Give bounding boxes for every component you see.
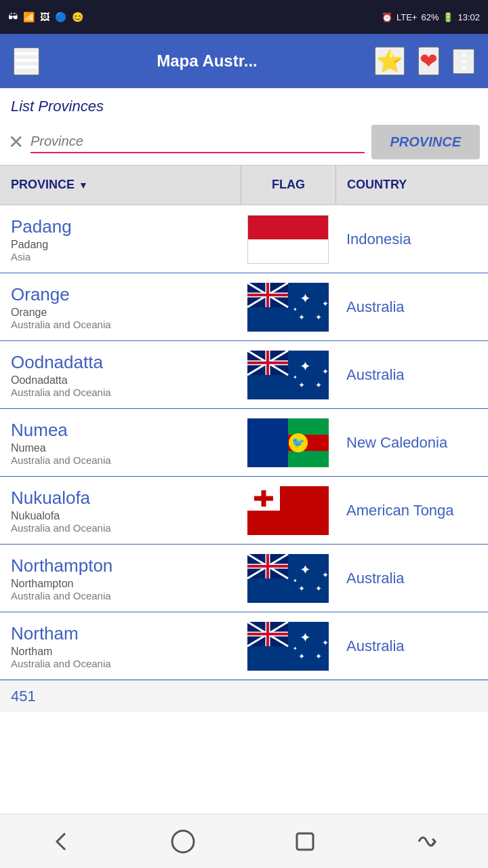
province-cell: Northam Northam Australia and Oceania [0,615,241,677]
province-name: Orange [11,284,230,305]
svg-text:✦: ✦ [315,652,322,661]
svg-rect-2 [15,66,38,68]
signal-lte: LTE+ [396,12,417,22]
svg-text:✦: ✦ [322,570,329,580]
svg-rect-30 [288,418,329,435]
svg-text:✦: ✦ [322,367,329,376]
alarm-icon: ⏰ [382,12,392,22]
flag-cell: ✦ ✦ ✦ ✦ ✦ [241,345,336,405]
flag-header: FLAG [241,165,336,204]
battery-level: 62% [421,12,439,22]
nav-home-button[interactable] [163,821,203,862]
table-row[interactable]: Northam Northam Australia and Oceania ✦ [0,612,488,680]
app-icon-2: 📶 [23,12,35,22]
nav-menu-button[interactable] [407,821,447,862]
list-rows: Padang Padang Asia Indonesia Orange Oran… [0,205,488,680]
province-sub: Orange [11,307,230,319]
flag-cell: ✦ ✦ ✦ ✦ ✦ [241,277,336,337]
heart-button[interactable]: ❤ [418,47,439,75]
menu-button[interactable] [14,47,39,75]
province-filter-button[interactable]: PROVINCE [371,125,480,159]
svg-text:✦: ✦ [293,374,298,380]
star-button[interactable]: ⭐ [375,47,405,75]
app-icon-1: 🕶 [8,12,18,22]
province-name: Nukualofa [11,488,230,509]
svg-text:✦: ✦ [322,299,329,309]
province-header[interactable]: PROVINCE ▼ [0,165,241,204]
province-cell: Nukualofa Nukualofa Australia and Oceani… [0,479,241,542]
province-name: Northampton [11,555,230,576]
province-name: Padang [11,216,230,237]
svg-text:✦: ✦ [300,291,311,306]
more-button[interactable]: ⋮ [453,49,474,74]
province-sub: Northam [11,646,230,658]
nav-back-button[interactable] [41,821,81,862]
app-bar: Mapa Austr... ⭐ ❤ ⋮ [0,34,488,88]
search-input[interactable] [30,131,365,153]
province-sub: Northampton [11,578,230,590]
country-cell: American Tonga [336,494,488,528]
svg-text:✦: ✦ [300,562,311,577]
province-region: Australia and Oceania [11,590,230,601]
country-cell: Australia [336,561,488,595]
battery-icon: 🔋 [443,12,453,22]
time-display: 13:02 [458,12,480,22]
sort-arrow: ▼ [79,180,88,191]
province-name: Oodnadatta [11,352,230,373]
svg-rect-1 [15,59,38,62]
column-headers: PROVINCE ▼ FLAG COUNTRY [0,165,488,205]
province-sub: Nukualofa [11,510,230,522]
status-icons: 🕶 📶 🖼 🔵 😊 [8,12,83,22]
svg-rect-32 [288,451,329,467]
province-cell: Padang Padang Asia [0,208,241,271]
country-cell: Australia [336,290,488,324]
flag-cell [241,481,336,540]
country-header: COUNTRY [336,165,488,204]
country-cell: Indonesia [336,222,488,256]
province-cell: Orange Orange Australia and Oceania [0,276,241,338]
province-region: Australia and Oceania [11,454,230,466]
flag-cell [241,210,336,269]
nav-recent-button[interactable] [285,821,325,862]
province-cell: Northampton Northampton Australia and Oc… [0,547,241,610]
province-sub: Oodnadatta [11,374,230,387]
clear-button[interactable]: ✕ [8,133,24,152]
search-input-wrap [30,131,365,153]
country-cell: Australia [336,629,488,663]
province-region: Asia [11,251,230,262]
svg-text:✦: ✦ [322,638,329,648]
app-icon-4: 🔵 [55,12,66,22]
status-bar: 🕶 📶 🖼 🔵 😊 ⏰ LTE+ 62% 🔋 13:02 [0,0,488,34]
province-name: Numea [11,420,230,441]
svg-text:✦: ✦ [293,307,298,313]
table-row[interactable]: Padang Padang Asia Indonesia [0,205,488,273]
flag-cell: 🐦 [241,413,336,473]
status-info: ⏰ LTE+ 62% 🔋 13:02 [382,12,480,22]
svg-point-65 [172,831,194,852]
table-row[interactable]: Oodnadatta Oodnadatta Australia and Ocea… [0,341,488,409]
table-row[interactable]: Orange Orange Australia and Oceania ✦ [0,273,488,341]
table-row[interactable]: Nukualofa Nukualofa Australia and Oceani… [0,477,488,545]
flag-cell: ✦ ✦ ✦ ✦ ✦ [241,616,336,676]
svg-text:✦: ✦ [293,578,298,584]
list-title: List Provinces [0,88,488,119]
svg-text:✦: ✦ [315,313,322,322]
svg-rect-29 [247,418,288,467]
province-region: Australia and Oceania [11,658,230,669]
svg-rect-66 [297,833,313,850]
svg-text:✦: ✦ [298,380,305,390]
svg-text:✦: ✦ [300,630,311,645]
country-cell: Australia [336,358,488,392]
search-row: ✕ PROVINCE [0,119,488,165]
province-sub: Numea [11,442,230,454]
svg-text:✦: ✦ [293,646,298,652]
province-sub: Padang [11,239,230,251]
nav-bar [0,814,488,868]
svg-text:✦: ✦ [298,313,305,322]
table-row[interactable]: Northampton Northampton Australia and Oc… [0,545,488,612]
province-region: Australia and Oceania [11,387,230,398]
table-row[interactable]: Numea Numea Australia and Oceania 🐦 New … [0,409,488,477]
country-cell: New Caledonia [336,426,488,460]
footer-count: 451 [0,680,488,712]
svg-text:🐦: 🐦 [291,436,305,449]
